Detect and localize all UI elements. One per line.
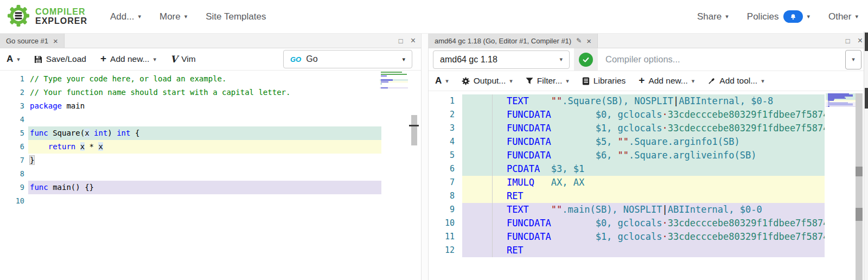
chevron-down-icon: ▾ bbox=[855, 13, 858, 20]
source-code-line[interactable]: 6 return x * x bbox=[0, 140, 421, 154]
language-selector[interactable]: GO Go ▾ bbox=[283, 50, 412, 68]
line-content[interactable]: TEXT "".main(SB), NOSPLIT|ABIInternal, $… bbox=[462, 203, 825, 217]
menu-policies[interactable]: Policies ▾ bbox=[747, 10, 810, 23]
font-size-button[interactable]: A ▾ bbox=[7, 54, 20, 65]
line-content[interactable]: func Square(x int) int { bbox=[28, 126, 381, 140]
filter-button[interactable]: Filter... ▾ bbox=[526, 76, 569, 86]
source-code-line[interactable]: 8 bbox=[0, 167, 421, 181]
asm-code-line[interactable]: 4 FUNCDATA $5, "".Square.arginfo1(SB) bbox=[429, 135, 868, 149]
right-menus: Share▾ Policies ▾ Other▾ bbox=[697, 10, 858, 23]
notification-bell-badge[interactable] bbox=[783, 10, 803, 23]
asm-code-line[interactable]: 11 FUNCDATA $1, gclocals·33cdecccebe8032… bbox=[429, 230, 868, 244]
source-code-line[interactable]: 10 bbox=[0, 194, 421, 208]
scrollbar-thumb[interactable] bbox=[411, 115, 417, 145]
source-editor[interactable]: 1// Type your code here, or load an exam… bbox=[0, 71, 421, 280]
menu-more[interactable]: More▾ bbox=[159, 11, 187, 22]
page-scrollbar[interactable] bbox=[864, 31, 868, 280]
line-content[interactable]: IMULQ AX, AX bbox=[462, 176, 825, 189]
line-number: 7 bbox=[0, 154, 24, 167]
line-number: 10 bbox=[0, 194, 24, 208]
line-content[interactable] bbox=[28, 113, 381, 126]
line-content[interactable] bbox=[28, 194, 381, 208]
maximize-icon[interactable]: □ bbox=[399, 37, 403, 45]
save-load-button[interactable]: Save/Load bbox=[34, 54, 86, 64]
menu-other[interactable]: Other▾ bbox=[828, 11, 858, 22]
source-code-line[interactable]: 3package main bbox=[0, 99, 421, 113]
brand[interactable]: COMPILER EXPLORER bbox=[7, 4, 87, 30]
line-number: 5 bbox=[429, 149, 455, 162]
chevron-down-icon: ▾ bbox=[761, 78, 764, 85]
compiler-explorer-gear-logo-icon bbox=[7, 4, 30, 30]
line-content[interactable]: package main bbox=[28, 99, 381, 113]
close-icon[interactable]: × bbox=[411, 36, 416, 46]
asm-code-line[interactable]: 7 IMULQ AX, AX bbox=[429, 176, 868, 189]
asm-code-line[interactable]: 3 FUNCDATA $1, gclocals·33cdecccebe80329… bbox=[429, 122, 868, 135]
asm-output-editor[interactable]: 1 TEXT "".Square(SB), NOSPLIT|ABIInterna… bbox=[429, 91, 868, 280]
scrollbar-thumb[interactable] bbox=[865, 88, 868, 109]
scrollbar-thumb[interactable] bbox=[865, 33, 868, 51]
asm-code-line[interactable]: 12 RET bbox=[429, 244, 868, 257]
line-content[interactable]: // Type your code here, or load an examp… bbox=[28, 72, 381, 86]
chevron-down-icon: ▾ bbox=[184, 13, 188, 20]
source-code-line[interactable]: 5func Square(x int) int { bbox=[0, 126, 421, 140]
line-content[interactable]: PCDATA $3, $1 bbox=[462, 162, 825, 176]
line-content[interactable]: TEXT "".Square(SB), NOSPLIT|ABIInternal,… bbox=[462, 94, 825, 108]
options-dropdown-button[interactable]: ▾ bbox=[845, 50, 861, 69]
minimap-line bbox=[380, 89, 409, 90]
source-code-line[interactable]: 1// Type your code here, or load an exam… bbox=[0, 72, 421, 86]
compiler-options-input[interactable] bbox=[598, 49, 845, 71]
menu-site-templates[interactable]: Site Templates bbox=[206, 11, 266, 22]
libraries-button[interactable]: Libraries bbox=[582, 76, 626, 86]
add-new-button[interactable]: + Add new... ▾ bbox=[639, 75, 694, 86]
add-tool-button[interactable]: Add tool... ▾ bbox=[707, 76, 764, 86]
line-number: 9 bbox=[429, 203, 455, 217]
line-content[interactable]: func main() {} bbox=[28, 181, 381, 194]
source-overview-ruler[interactable] bbox=[408, 71, 418, 280]
maximize-icon[interactable]: □ bbox=[846, 37, 850, 45]
line-content[interactable]: FUNCDATA $0, gclocals·33cdecccebe80329f1… bbox=[462, 217, 825, 230]
pane-splitter[interactable] bbox=[421, 34, 429, 280]
tab-compiler-output[interactable]: amd64 gc 1.18 (Go, Editor #1, Compiler #… bbox=[429, 34, 598, 48]
asm-code-line[interactable]: 1 TEXT "".Square(SB), NOSPLIT|ABIInterna… bbox=[429, 94, 868, 108]
close-icon[interactable]: × bbox=[858, 36, 863, 46]
line-content[interactable]: return x * x bbox=[28, 140, 381, 154]
output-button[interactable]: Output... ▾ bbox=[462, 76, 513, 86]
line-content[interactable]: FUNCDATA $1, gclocals·33cdecccebe80329f1… bbox=[462, 122, 825, 135]
asm-code-line[interactable]: 9 TEXT "".main(SB), NOSPLIT|ABIInternal,… bbox=[429, 203, 868, 217]
line-content[interactable]: // Your function name should start with … bbox=[28, 86, 381, 99]
asm-code-line[interactable]: 5 FUNCDATA $6, "".Square.argliveinfo(SB) bbox=[429, 149, 868, 162]
menu-share[interactable]: Share▾ bbox=[697, 11, 729, 22]
book-icon bbox=[582, 77, 590, 85]
line-content[interactable]: FUNCDATA $0, gclocals·33cdecccebe80329f1… bbox=[462, 108, 825, 122]
source-code-line[interactable]: 7} bbox=[0, 154, 421, 167]
compiler-selector[interactable]: amd64 gc 1.18 ▾ bbox=[433, 50, 570, 69]
line-content[interactable]: FUNCDATA $5, "".Square.arginfo1(SB) bbox=[462, 135, 825, 149]
line-content[interactable]: FUNCDATA $6, "".Square.argliveinfo(SB) bbox=[462, 149, 825, 162]
menu-add[interactable]: Add...▾ bbox=[110, 11, 141, 22]
tab-go-source[interactable]: Go source #1 × bbox=[0, 34, 65, 48]
tab-title: Go source #1 bbox=[6, 37, 48, 45]
line-number: 5 bbox=[0, 126, 24, 140]
line-content[interactable] bbox=[28, 167, 381, 181]
line-content[interactable]: FUNCDATA $1, gclocals·33cdecccebe80329f1… bbox=[462, 230, 825, 244]
line-content[interactable]: RET bbox=[462, 244, 825, 257]
line-content[interactable]: RET bbox=[462, 189, 825, 203]
vim-toggle-button[interactable]: V Vim bbox=[170, 54, 196, 65]
asm-minimap[interactable] bbox=[826, 93, 856, 107]
plus-icon: + bbox=[639, 74, 644, 86]
close-icon[interactable]: × bbox=[53, 36, 58, 46]
add-new-button[interactable]: + Add new... ▾ bbox=[100, 54, 156, 65]
rename-pencil-icon[interactable]: ✎ bbox=[576, 37, 582, 44]
source-code-line[interactable]: 4 bbox=[0, 113, 421, 126]
asm-code-line[interactable]: 6 PCDATA $3, $1 bbox=[429, 162, 868, 176]
source-code-line[interactable]: 2// Your function name should start with… bbox=[0, 86, 421, 99]
font-size-button[interactable]: A ▾ bbox=[435, 75, 449, 86]
line-content[interactable]: } bbox=[28, 154, 381, 167]
source-minimap[interactable] bbox=[380, 72, 409, 91]
asm-code-line[interactable]: 8 RET bbox=[429, 189, 868, 203]
asm-code-line[interactable]: 10 FUNCDATA $0, gclocals·33cdecccebe8032… bbox=[429, 217, 868, 230]
close-icon[interactable]: × bbox=[586, 36, 591, 46]
source-code-line[interactable]: 9func main() {} bbox=[0, 181, 421, 194]
asm-overview-ruler[interactable] bbox=[856, 93, 863, 280]
asm-code-line[interactable]: 2 FUNCDATA $0, gclocals·33cdecccebe80329… bbox=[429, 108, 868, 122]
